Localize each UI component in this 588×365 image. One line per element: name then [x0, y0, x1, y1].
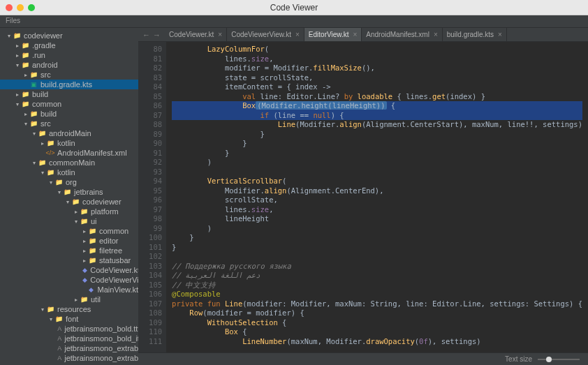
expand-arrow-icon[interactable] — [22, 121, 29, 127]
code-line[interactable]: } — [172, 243, 582, 253]
tree-item[interactable]: 📁ui — [0, 216, 138, 226]
close-icon[interactable]: × — [295, 31, 300, 38]
expand-arrow-icon[interactable] — [39, 140, 46, 147]
code-line[interactable]: lines.size, — [172, 205, 582, 215]
tree-item[interactable]: 📁androidMain — [0, 128, 138, 138]
expand-arrow-icon[interactable] — [31, 131, 38, 137]
expand-arrow-icon[interactable] — [73, 218, 80, 225]
expand-arrow-icon[interactable] — [81, 228, 88, 234]
tree-item[interactable]: 📁src — [0, 70, 138, 80]
close-icon[interactable]: × — [498, 31, 502, 38]
expand-arrow-icon[interactable] — [31, 160, 38, 166]
code-line[interactable]: Box(Modifier.height(lineHeight)) { — [172, 101, 582, 111]
code-line[interactable]: } — [172, 139, 582, 149]
code-line[interactable] — [172, 252, 582, 262]
code-line[interactable] — [172, 167, 582, 177]
tree-item[interactable]: ▣build.gradle.kts — [0, 80, 138, 89]
tree-item[interactable]: Ajetbrainsmono_extrabold.ttf — [0, 343, 138, 353]
expand-arrow-icon[interactable] — [56, 189, 63, 195]
code-line[interactable]: itemContent = { index -> — [172, 82, 582, 92]
expand-arrow-icon[interactable] — [14, 91, 21, 98]
expand-arrow-icon[interactable] — [14, 43, 21, 49]
code-line[interactable]: state = scrollState, — [172, 73, 582, 83]
tree-item[interactable]: Ajetbrainsmono_extrabold_italic.ttf — [0, 353, 138, 363]
code-line[interactable]: Modifier.align(Alignment.CenterEnd), — [172, 186, 582, 196]
editor-tab[interactable]: EditorView.kt× — [304, 28, 362, 41]
code-line[interactable]: // Поддержка русского языка — [172, 262, 582, 271]
code-line[interactable]: modifier = Modifier.fillMaxSize(), — [172, 64, 582, 73]
code-line[interactable]: val line: Editor.Line? by loadable { lin… — [172, 92, 582, 102]
editor-tab[interactable]: build.gradle.kts× — [443, 28, 507, 41]
tree-item[interactable]: 📁org — [0, 177, 138, 187]
tree-item[interactable]: 📁platform — [0, 207, 138, 216]
code-line[interactable]: scrollState, — [172, 195, 582, 205]
tree-item[interactable]: ◆CodeViewer.kt — [0, 265, 138, 275]
tree-item[interactable]: 📁jetbrains — [0, 187, 138, 197]
tree-item[interactable]: 📁util — [0, 295, 138, 304]
tree-item[interactable]: 📁codeviewer — [0, 197, 138, 207]
tree-item[interactable]: Ajetbrainsmono_bold_italic.ttf — [0, 334, 138, 343]
code-line[interactable]: lines.size, — [172, 54, 582, 64]
code-line[interactable]: ) — [172, 158, 582, 167]
code-line[interactable]: // 中文支持 — [172, 281, 582, 290]
tree-item[interactable]: 📁src — [0, 119, 138, 128]
expand-arrow-icon[interactable] — [39, 170, 46, 176]
code-line[interactable]: } — [172, 233, 582, 243]
expand-arrow-icon[interactable] — [14, 101, 21, 107]
expand-arrow-icon[interactable] — [14, 62, 21, 68]
expand-arrow-icon[interactable] — [64, 199, 71, 205]
code-line[interactable]: if (line == null) { — [172, 111, 582, 121]
code-line[interactable]: @Composable — [172, 290, 582, 299]
tree-item[interactable]: 📁common — [0, 99, 138, 109]
close-icon[interactable]: × — [353, 31, 357, 38]
code-line[interactable]: // دعم اللغة العربية — [172, 271, 582, 281]
expand-arrow-icon[interactable] — [47, 179, 54, 186]
tree-item[interactable]: 📁codeviewer — [0, 31, 138, 40]
expand-arrow-icon[interactable] — [81, 238, 88, 244]
tree-item[interactable]: ◆CodeViewerView.kt — [0, 275, 138, 285]
expand-arrow-icon[interactable] — [22, 111, 29, 117]
editor-tab[interactable]: CodeViewerView.kt× — [227, 28, 304, 41]
code-line[interactable]: private fun Line(modifier: Modifier, max… — [172, 299, 582, 309]
expand-arrow-icon[interactable] — [22, 72, 29, 78]
expand-arrow-icon[interactable] — [81, 248, 88, 254]
code-line[interactable]: lineHeight — [172, 214, 582, 224]
editor-tab[interactable]: CodeViewer.kt× — [165, 28, 227, 41]
code-line[interactable]: } — [172, 149, 582, 158]
text-size-slider[interactable] — [538, 359, 580, 360]
expand-arrow-icon[interactable] — [81, 258, 88, 264]
back-icon[interactable]: ← — [142, 31, 150, 39]
expand-arrow-icon[interactable] — [73, 209, 80, 215]
tree-item[interactable]: 📁.gradle — [0, 40, 138, 50]
tree-item[interactable]: 📁filetree — [0, 246, 138, 255]
expand-arrow-icon[interactable] — [73, 297, 80, 303]
code-line[interactable]: Row(modifier = modifier) { — [172, 308, 582, 318]
tree-item[interactable]: 📁commonMain — [0, 158, 138, 167]
close-icon[interactable]: × — [218, 31, 222, 38]
tree-item[interactable]: 📁statusbar — [0, 255, 138, 265]
tree-item[interactable]: 📁build — [0, 109, 138, 119]
code-line[interactable]: WithoutSelection { — [172, 318, 582, 328]
tree-item[interactable]: Ajetbrainsmono_bold.ttf — [0, 324, 138, 334]
code-line[interactable]: VerticalScrollbar( — [172, 177, 582, 186]
code-line[interactable]: LazyColumnFor( — [172, 45, 582, 54]
tree-item[interactable]: ◆MainView.kt — [0, 285, 138, 295]
code-line[interactable]: Box { — [172, 327, 582, 337]
code-area[interactable]: 8081828384858687888990919293949596979899… — [138, 42, 588, 352]
code-line[interactable]: Line(Modifier.align(Alignment.CenterStar… — [172, 120, 582, 130]
file-tree[interactable]: 📁codeviewer📁.gradle📁.run📁android📁src ▣bu… — [0, 28, 138, 365]
editor-tab[interactable]: AndroidManifest.xml× — [362, 28, 442, 41]
tree-item[interactable]: 📁kotlin — [0, 167, 138, 177]
code-content[interactable]: LazyColumnFor( lines.size, modifier = Mo… — [166, 42, 588, 352]
code-line[interactable]: } — [172, 130, 582, 140]
expand-arrow-icon[interactable] — [6, 33, 13, 39]
maximize-window-icon[interactable] — [28, 4, 35, 11]
expand-arrow-icon[interactable] — [39, 306, 46, 313]
expand-arrow-icon[interactable] — [14, 52, 21, 59]
tree-item[interactable]: 📁common — [0, 226, 138, 236]
close-window-icon[interactable] — [6, 4, 13, 11]
tree-item[interactable]: 📁font — [0, 314, 138, 324]
tree-item[interactable]: 📁android — [0, 60, 138, 70]
tree-item[interactable]: 📁resources — [0, 304, 138, 314]
tree-item[interactable]: 📁editor — [0, 236, 138, 246]
